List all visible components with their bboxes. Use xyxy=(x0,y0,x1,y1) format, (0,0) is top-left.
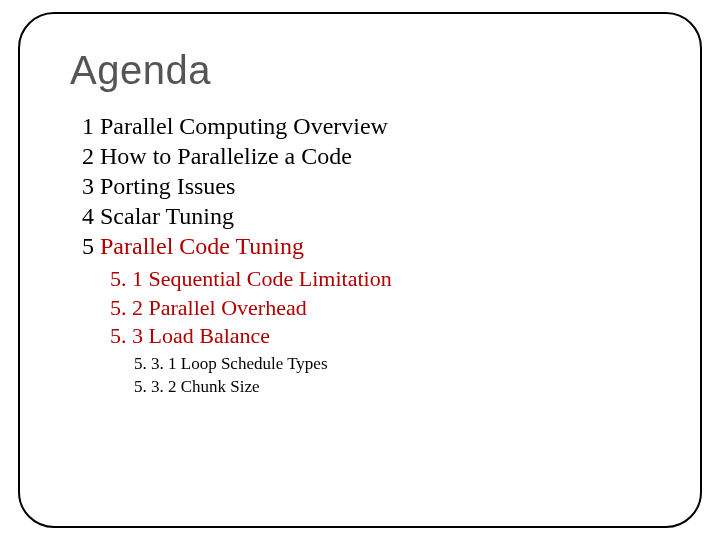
item-text: Parallel Code Tuning xyxy=(100,233,304,259)
item-num: 5 xyxy=(82,233,94,259)
agenda-subsubitem: 5. 3. 2 Chunk Size xyxy=(134,376,684,399)
agenda-item: 1 Parallel Computing Overview xyxy=(82,111,684,141)
subitem-num: 5. 3 xyxy=(110,323,143,348)
item-text: Porting Issues xyxy=(100,173,235,199)
item-num: 3 xyxy=(82,173,94,199)
subitem-num: 5. 2 xyxy=(110,295,143,320)
agenda-subitem: 5. 3 Load Balance xyxy=(110,322,684,351)
agenda-item: 4 Scalar Tuning xyxy=(82,201,684,231)
slide: Agenda 1 Parallel Computing Overview 2 H… xyxy=(0,0,720,540)
agenda-item-highlight: 5 Parallel Code Tuning xyxy=(82,231,684,261)
item-text: Parallel Computing Overview xyxy=(100,113,388,139)
item-text: How to Parallelize a Code xyxy=(100,143,352,169)
subsubitem-text: Chunk Size xyxy=(181,377,260,396)
subsubitem-num: 5. 3. 2 xyxy=(134,377,177,396)
agenda-subsublist: 5. 3. 1 Loop Schedule Types 5. 3. 2 Chun… xyxy=(134,353,684,399)
agenda-item: 2 How to Parallelize a Code xyxy=(82,141,684,171)
subsubitem-text: Loop Schedule Types xyxy=(181,354,328,373)
slide-title: Agenda xyxy=(70,48,684,93)
item-num: 4 xyxy=(82,203,94,229)
subitem-num: 5. 1 xyxy=(110,266,143,291)
agenda-sublist: 5. 1 Sequential Code Limitation 5. 2 Par… xyxy=(110,265,684,399)
item-num: 1 xyxy=(82,113,94,139)
subitem-text: Load Balance xyxy=(149,323,271,348)
subsubitem-num: 5. 3. 1 xyxy=(134,354,177,373)
subitem-text: Parallel Overhead xyxy=(149,295,307,320)
subitem-text: Sequential Code Limitation xyxy=(149,266,392,291)
agenda-subsubitem: 5. 3. 1 Loop Schedule Types xyxy=(134,353,684,376)
agenda-subitem: 5. 2 Parallel Overhead xyxy=(110,294,684,323)
item-num: 2 xyxy=(82,143,94,169)
agenda-subitem: 5. 1 Sequential Code Limitation xyxy=(110,265,684,294)
agenda-content: 1 Parallel Computing Overview 2 How to P… xyxy=(82,111,684,399)
item-text: Scalar Tuning xyxy=(100,203,234,229)
agenda-item: 3 Porting Issues xyxy=(82,171,684,201)
